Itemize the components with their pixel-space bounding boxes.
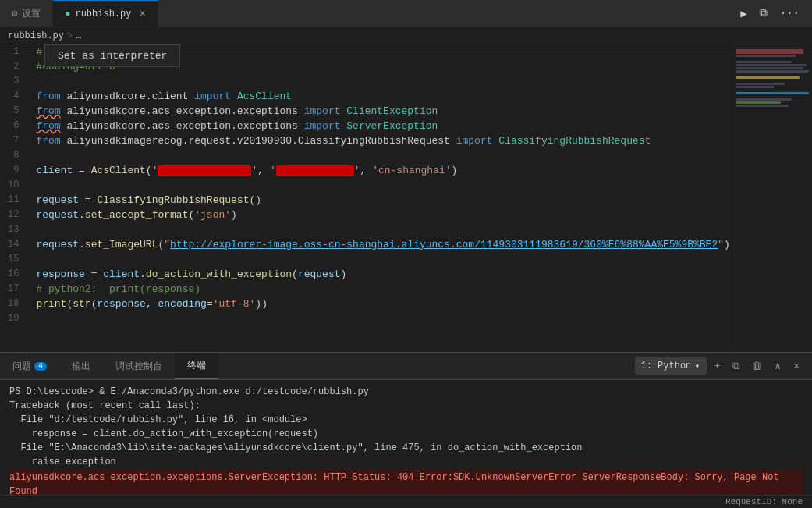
breadcrumb-file[interactable]: rubbish.py [8,30,64,41]
more-actions-button[interactable]: ··· [775,4,804,23]
code-line: from aliyunsdkimagerecog.request.v201909… [36,133,734,148]
output-tab-label: 输出 [72,360,90,373]
code-line [36,148,734,163]
code-line [36,252,734,267]
code-line [36,74,734,89]
split-terminal-button[interactable]: ⧉ [728,359,744,374]
terminal-line: raise exception [9,455,803,469]
panel-close-button[interactable]: × [789,359,804,374]
context-menu: Set as interpreter [44,44,180,67]
panel-actions: 1: Python ▾ + ⧉ 🗑 ∧ × [635,357,813,375]
code-line: from aliyunsdkcore.acs_exception.excepti… [36,119,734,133]
tab-label: rubbish.py [75,9,131,20]
settings-tab[interactable]: ⚙ 设置 [0,0,53,27]
breadcrumb: rubbish.py > … [0,27,812,44]
title-bar-actions: ▶ ⧉ ··· [736,4,812,23]
terminal-line: File "d:/testcode/rubbish.py", line 16, … [9,413,803,427]
breadcrumb-context: … [76,30,81,41]
code-line: request . set_ImageURL ( " http://explor… [36,237,734,252]
code-line: # python2: print(response) [36,282,734,297]
terminal-line: response = client.do_action_with_excepti… [9,427,803,441]
terminal-status: RequestID: None [0,495,812,508]
debug-console-label: 调试控制台 [115,360,162,373]
panel-area: 问题 4 输出 调试控制台 终端 1: Python ▾ + ⧉ 🗑 ∧ × P… [0,352,812,508]
minimap [734,44,812,352]
terminal-selector-label: 1: Python [641,361,692,371]
terminal-line: File "E:\Anaconda3\lib\site-packages\ali… [9,441,803,455]
code-container: 12345 678910 1112131415 16171819 #!/usr/… [0,44,734,352]
settings-icon: ⚙ [12,8,17,20]
error-line: aliyunsdkcore.acs_exception.exceptions.S… [9,469,803,495]
editor-area: 12345 678910 1112131415 16171819 #!/usr/… [0,44,812,352]
code-line: client = AcsClient ( ' ' , ' ' , 'cn-sha… [36,163,734,178]
close-tab-button[interactable]: × [139,8,145,20]
code-line: from aliyunsdkcore.client import AcsClie… [36,89,734,104]
title-bar: ⚙ 设置 ● rubbish.py × ▶ ⧉ ··· [0,0,812,27]
terminal-line: PS D:\testcode> & E:/Anaconda3/python.ex… [9,385,803,399]
terminal-tab[interactable]: 终端 [175,353,218,379]
terminal-content[interactable]: PS D:\testcode> & E:/Anaconda3/python.ex… [0,380,812,495]
editor-main: 12345 678910 1112131415 16171819 #!/usr/… [0,44,734,352]
breadcrumb-separator: > [67,30,73,41]
run-button[interactable]: ▶ [736,4,751,23]
terminal-selector-chevron: ▾ [694,361,700,372]
add-terminal-button[interactable]: + [710,359,725,374]
debug-console-tab[interactable]: 调试控制台 [103,353,175,379]
code-line: from aliyunsdkcore.acs_exception.excepti… [36,104,734,119]
problems-tab-label: 问题 [12,360,31,373]
code-content[interactable]: #!/usr/bin/env python #coding=utf-8 from… [28,44,734,352]
delete-terminal-button[interactable]: 🗑 [747,359,767,374]
code-line [36,178,734,193]
panel-tabs: 问题 4 输出 调试控制台 终端 1: Python ▾ + ⧉ 🗑 ∧ × [0,353,812,380]
code-line [36,311,734,326]
python-file-icon: ● [65,9,70,20]
active-tab[interactable]: ● rubbish.py × [53,0,158,27]
set-interpreter-menu-item[interactable]: Set as interpreter [45,47,179,65]
problems-badge: 4 [34,362,47,371]
code-line: request = ClassifyingRubbishRequest () [36,193,734,208]
terminal-tab-label: 终端 [187,359,206,372]
terminal-line: Traceback (most recent call last): [9,399,803,413]
problems-tab[interactable]: 问题 4 [0,353,59,379]
code-line: response = client . do_action_with_excep… [36,267,734,282]
code-line: print ( str ( response , encoding = 'utf… [36,297,734,311]
split-editor-button[interactable]: ⧉ [755,4,772,23]
terminal-selector[interactable]: 1: Python ▾ [635,357,707,375]
line-numbers: 12345 678910 1112131415 16171819 [0,44,28,352]
code-line: request . set_accept_format ( 'json' ) [36,208,734,222]
output-tab[interactable]: 输出 [59,353,103,379]
panel-collapse-button[interactable]: ∧ [770,358,785,374]
request-id-status: RequestID: None [725,497,803,506]
code-line [36,222,734,237]
